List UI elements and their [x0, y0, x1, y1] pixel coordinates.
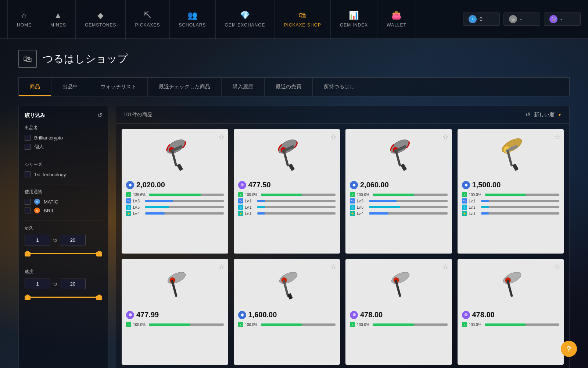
lv2-bar-bg-3	[369, 206, 448, 208]
speed-thumb-left[interactable]	[25, 294, 31, 300]
favorite-star-5[interactable]: ☆	[219, 263, 225, 271]
lv3-icon-4: ⚡	[462, 211, 467, 216]
nav-item-scholars[interactable]: 👥 SCHOLARS	[170, 0, 216, 39]
wallet-bril[interactable]: ⊕ -	[503, 13, 540, 26]
product-card-7[interactable]: ☆ ⊕ 478.00	[345, 259, 452, 365]
matic-value: 0	[480, 16, 483, 22]
product-card-2[interactable]: ☆	[234, 129, 340, 254]
durability-max-input[interactable]	[60, 235, 86, 245]
pickaxe-svg-4	[490, 135, 531, 176]
currency-bril-label: BRIL	[44, 208, 54, 213]
tab-watchlist[interactable]: ウォッチリスト	[89, 78, 148, 96]
speed-max-input[interactable]	[60, 279, 86, 289]
filter-reset-button[interactable]: ↺	[97, 112, 102, 119]
sort-arrow-icon: ▼	[557, 112, 562, 117]
favorite-star-7[interactable]: ☆	[442, 263, 448, 271]
seller-brilliantcrypto-checkbox[interactable]	[25, 135, 31, 141]
durability-thumb-left[interactable]	[25, 251, 31, 256]
lv3-bar-bg-1	[145, 212, 224, 215]
nav-item-pickaxes[interactable]: ⛏ PICKAXES	[126, 0, 169, 39]
favorite-star-2[interactable]: ☆	[330, 133, 336, 141]
divider-2	[25, 184, 102, 184]
tab-products[interactable]: 商品	[19, 78, 51, 96]
favorite-star-8[interactable]: ☆	[554, 263, 560, 271]
help-button[interactable]: ?	[561, 341, 577, 357]
wallet-matic[interactable]: 💠 0	[463, 13, 500, 26]
page-header-icon: 🛍	[18, 50, 37, 68]
stat-lv2-4: 💧 Lv.1	[462, 205, 560, 210]
power-pct-3: 100.0%	[357, 193, 371, 197]
product-card-8[interactable]: ☆ ⊕ 478.00	[458, 259, 564, 365]
seller-individual-checkbox[interactable]	[25, 144, 31, 150]
stat-power-5: ↑ 100.0%	[126, 322, 224, 327]
stat-power-7: ↑ 100.0%	[350, 322, 448, 327]
page-header: 🛍 つるはしショップ	[18, 50, 570, 68]
stat-power-6: ↑ 100.0%	[238, 322, 336, 327]
stat-lv1-2: ⛏ Lv.1	[238, 198, 336, 204]
sort-select[interactable]: 新しい順 ▼	[534, 112, 562, 118]
home-icon: ⌂	[22, 11, 27, 20]
favorite-star-3[interactable]: ☆	[442, 133, 448, 141]
bril-currency-icon: ⊕	[34, 208, 40, 213]
divider-3	[25, 220, 102, 220]
power-icon-5: ↑	[126, 322, 131, 327]
nav-item-wallet[interactable]: 👛 WALLET	[377, 0, 416, 39]
product-card-4[interactable]: ☆ ◆	[458, 129, 564, 254]
nav-item-home[interactable]: ⌂ HOME	[7, 0, 41, 39]
power-pct-8: 100.0%	[469, 323, 483, 327]
currency-bril-checkbox[interactable]	[25, 208, 31, 213]
filter-section-series: シリーズ 1st Technology	[25, 162, 102, 177]
nav-item-gem-index[interactable]: 📊 GEM INDEX	[331, 0, 377, 39]
price-icon-5: ⊕	[126, 311, 134, 319]
nav-item-gemstones[interactable]: ◆ GEMSTONES	[76, 0, 126, 39]
tab-listings[interactable]: 出品中	[51, 78, 89, 96]
filter-series-1st-tech[interactable]: 1st Technology	[25, 171, 102, 177]
lv2-icon-3: 💧	[350, 205, 355, 210]
speed-thumb-right[interactable]	[96, 294, 102, 300]
svg-rect-11	[288, 163, 295, 171]
nav-item-gem-exchange[interactable]: 💎 GEM EXCHANGE	[216, 0, 275, 39]
speed-min-input[interactable]	[25, 279, 50, 289]
product-card-5[interactable]: ☆ ⊕ 477.99	[122, 259, 228, 365]
lv1-label-2: Lv.1	[245, 199, 255, 203]
svg-point-23	[166, 270, 187, 286]
stat-power-2: ↑ 100.0%	[238, 192, 336, 197]
tab-purchase-history[interactable]: 購入履歴	[222, 78, 265, 96]
currency-matic-checkbox[interactable]	[25, 199, 31, 205]
lv1-bar-fill-4	[481, 200, 489, 202]
pickaxes-icon: ⛏	[143, 11, 152, 20]
stat-lv3-1: ⚡ Lv.4	[126, 211, 224, 216]
currency-matic-label: MATIC	[44, 199, 58, 205]
filter-seller-brilliantcrypto[interactable]: Brilliantcrypto	[25, 135, 102, 141]
favorite-star-4[interactable]: ☆	[554, 133, 560, 141]
tab-recent-sales[interactable]: 最近の売買	[265, 78, 313, 96]
tab-owned[interactable]: 所持つるはし	[313, 78, 366, 96]
durability-min-input[interactable]	[25, 235, 50, 245]
tab-recently-viewed[interactable]: 最近チェックした商品	[148, 78, 222, 96]
nav-item-mines[interactable]: ▲ MINES	[41, 0, 76, 39]
filter-currency-matic[interactable]: M MATIC	[25, 199, 102, 205]
series-1st-tech-checkbox[interactable]	[25, 171, 31, 177]
power-icon-1: ↑	[126, 192, 131, 197]
lv2-icon-1: 💧	[126, 205, 131, 210]
price-icon-8: ⊕	[462, 311, 470, 319]
speed-slider[interactable]	[25, 294, 102, 301]
sort-refresh-button[interactable]: ↺	[526, 111, 530, 118]
product-card-1[interactable]: ☆	[122, 129, 228, 254]
wallet-token[interactable]: 🔮 -	[544, 13, 581, 26]
durability-thumb-right[interactable]	[96, 251, 102, 256]
nav-item-pickaxe-shop[interactable]: 🛍 PICKAXE SHOP	[275, 0, 331, 39]
durability-range-inputs: to	[25, 235, 102, 245]
speed-track	[25, 297, 102, 298]
lv3-bar-bg-3	[369, 212, 448, 215]
product-card-6[interactable]: ☆ ◆ 1,600.00	[234, 259, 340, 365]
filter-seller-individual[interactable]: 個人	[25, 144, 102, 150]
product-card-3[interactable]: ☆	[345, 129, 452, 254]
favorite-star-6[interactable]: ☆	[330, 263, 336, 271]
stat-lv1-3: ⛏ Lv.5	[350, 198, 448, 204]
filter-currency-bril[interactable]: ⊕ BRIL	[25, 208, 102, 213]
matic-currency-icon: M	[34, 199, 40, 205]
card-image-4	[462, 134, 560, 178]
durability-slider[interactable]	[25, 250, 102, 257]
favorite-star-1[interactable]: ☆	[219, 133, 225, 141]
